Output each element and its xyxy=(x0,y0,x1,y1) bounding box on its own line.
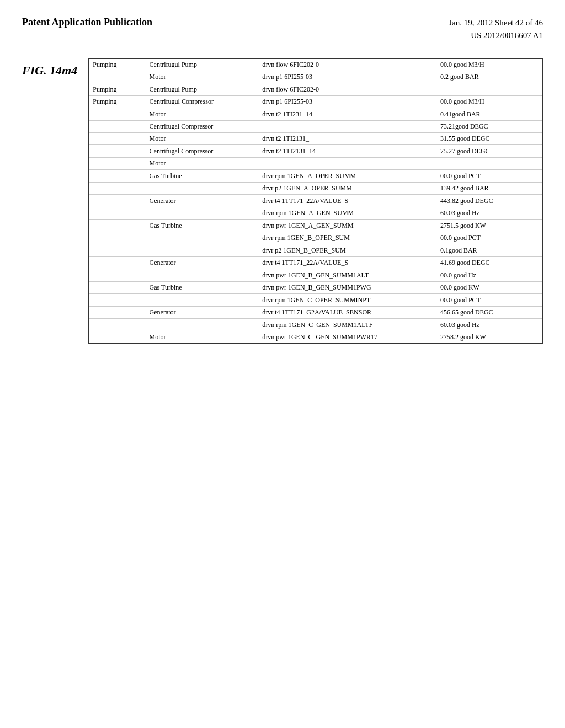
cell-value: 139.42 good BAR xyxy=(437,183,542,195)
publication-number: US 2012/0016607 A1 xyxy=(449,29,543,42)
cell-device: Motor xyxy=(146,158,259,170)
cell-type: Pumping xyxy=(89,59,146,71)
table-row: drvn pwr 1GEN_B_GEN_SUMM1ALT00.0 good Hz xyxy=(89,269,542,282)
cell-device: Centrifugul Pump xyxy=(146,83,259,96)
table-row: Centrifugal Compressor73.21good DEGC xyxy=(89,121,542,133)
cell-value: 73.21good DEGC xyxy=(437,121,542,133)
table-row: PumpingCentrifugul Compressordrvn p1 6PI… xyxy=(89,96,542,108)
cell-device xyxy=(146,294,259,307)
cell-device: Generator xyxy=(146,307,259,319)
cell-value: 0.41good BAR xyxy=(437,108,542,121)
cell-device: Motor xyxy=(146,331,259,344)
cell-value: 00.0 good Hz xyxy=(437,269,542,282)
cell-value: 60.03 good Hz xyxy=(437,207,542,220)
table-row: drvn rpm 1GEN_A_GEN_SUMM60.03 good Hz xyxy=(89,207,542,220)
cell-signal: drvn rpm 1GEN_C_GEN_SUMM1ALTF xyxy=(259,319,437,331)
cell-value: 31.55 good DEGC xyxy=(437,133,542,145)
data-table: PumpingCentrifugul Pumpdrvn flow 6FIC202… xyxy=(89,59,542,343)
cell-signal: drvn pwr 1GEN_B_GEN_SUMM1PWG xyxy=(259,282,437,294)
cell-device xyxy=(146,183,259,195)
table-row: Gas Turbinedrvr rpm 1GEN_A_OPER_SUMM00.0… xyxy=(89,170,542,183)
figure-label: FIG. 14m4 xyxy=(22,58,77,344)
cell-device xyxy=(146,319,259,331)
cell-value: 00.0 good PCT xyxy=(437,232,542,244)
cell-type: Pumping xyxy=(89,96,146,108)
cell-value: 0.2 good BAR xyxy=(437,71,542,83)
cell-device: Motor xyxy=(146,71,259,83)
cell-value: 00.0 good M3/H xyxy=(437,59,542,71)
table-row: Motor xyxy=(89,158,542,170)
cell-type xyxy=(89,108,146,121)
cell-value: 00.0 good PCT xyxy=(437,170,542,183)
cell-signal: drvr p2 1GEN_A_OPER_SUMM xyxy=(259,183,437,195)
table-row: Motordrvn t2 1TI231_140.41good BAR xyxy=(89,108,542,121)
cell-device: Motor xyxy=(146,108,259,121)
cell-signal: drvr rpm 1GEN_C_OPER_SUMMINPT xyxy=(259,294,437,307)
table-row: Centrifugal Compressordrvn t2 1TI2131_14… xyxy=(89,145,542,158)
cell-type xyxy=(89,71,146,83)
cell-device: Generator xyxy=(146,195,259,207)
table-row: Motordrvn p1 6PI255-030.2 good BAR xyxy=(89,71,542,83)
cell-type xyxy=(89,257,146,269)
cell-value xyxy=(437,83,542,96)
cell-value: 00.0 good PCT xyxy=(437,294,542,307)
table-row: PumpingCentrifugul Pumpdrvn flow 6FIC202… xyxy=(89,59,542,71)
table-row: drvr p2 1GEN_B_OPER_SUM0.1good BAR xyxy=(89,244,542,257)
cell-signal: drvn rpm 1GEN_A_GEN_SUMM xyxy=(259,207,437,220)
table-row: PumpingCentrifugul Pumpdrvn flow 6FIC202… xyxy=(89,83,542,96)
table-row: drvr p2 1GEN_A_OPER_SUMM139.42 good BAR xyxy=(89,183,542,195)
publication-info: Jan. 19, 2012 Sheet 42 of 46 US 2012/001… xyxy=(449,17,543,41)
cell-value: 443.82 good DEGC xyxy=(437,195,542,207)
cell-signal: drvn t2 1TI2131_14 xyxy=(259,145,437,158)
cell-signal: drvr t4 1TT171_22A/VALUE_S xyxy=(259,257,437,269)
cell-signal: drvn flow 6FIC202-0 xyxy=(259,83,437,96)
cell-type xyxy=(89,294,146,307)
cell-signal: drvn pwr 1GEN_A_GEN_SUMM xyxy=(259,220,437,232)
cell-signal: drvr rpm 1GEN_B_OPER_SUM xyxy=(259,232,437,244)
cell-type xyxy=(89,232,146,244)
table-row: Generatordrvr t4 1TT171_22A/VALUE_S443.8… xyxy=(89,195,542,207)
cell-type xyxy=(89,121,146,133)
cell-device: Gas Turbine xyxy=(146,170,259,183)
cell-type xyxy=(89,195,146,207)
cell-type xyxy=(89,133,146,145)
cell-type xyxy=(89,220,146,232)
cell-device: Centrifugul Compressor xyxy=(146,96,259,108)
table-row: Motordrvn pwr 1GEN_C_GEN_SUMM1PWR172758.… xyxy=(89,331,542,344)
cell-type: Pumping xyxy=(89,83,146,96)
cell-device xyxy=(146,207,259,220)
cell-device: Centrifugal Compressor xyxy=(146,121,259,133)
cell-signal xyxy=(259,158,437,170)
cell-signal: drvr t4 1TT171_22A/VALUE_S xyxy=(259,195,437,207)
cell-device xyxy=(146,244,259,257)
cell-type xyxy=(89,145,146,158)
cell-value: 2758.2 good KW xyxy=(437,331,542,344)
publication-title: Patent Application Publication xyxy=(22,17,152,28)
cell-device: Centrifugul Pump xyxy=(146,59,259,71)
data-table-container: PumpingCentrifugul Pumpdrvn flow 6FIC202… xyxy=(88,58,543,344)
cell-device: Generator xyxy=(146,257,259,269)
cell-device xyxy=(146,232,259,244)
publication-date-sheet: Jan. 19, 2012 Sheet 42 of 46 xyxy=(449,17,543,29)
table-row: Motordrvn t2 1TI2131_31.55 good DEGC xyxy=(89,133,542,145)
cell-device: Gas Turbine xyxy=(146,220,259,232)
cell-type xyxy=(89,307,146,319)
cell-value: 0.1good BAR xyxy=(437,244,542,257)
cell-value: 2751.5 good KW xyxy=(437,220,542,232)
cell-signal: drvn p1 6PI255-03 xyxy=(259,96,437,108)
table-row: drvr rpm 1GEN_C_OPER_SUMMINPT00.0 good P… xyxy=(89,294,542,307)
cell-type xyxy=(89,158,146,170)
cell-signal: drvn pwr 1GEN_C_GEN_SUMM1PWR17 xyxy=(259,331,437,344)
cell-signal: drvr p2 1GEN_B_OPER_SUM xyxy=(259,244,437,257)
page-header: Patent Application Publication Jan. 19, … xyxy=(0,0,565,52)
table-row: Gas Turbinedrvn pwr 1GEN_A_GEN_SUMM2751.… xyxy=(89,220,542,232)
cell-type xyxy=(89,331,146,344)
cell-device: Motor xyxy=(146,133,259,145)
cell-signal: drvr rpm 1GEN_A_OPER_SUMM xyxy=(259,170,437,183)
main-content: FIG. 14m4 PumpingCentrifugul Pumpdrvn fl… xyxy=(0,52,565,355)
cell-type xyxy=(89,244,146,257)
cell-type xyxy=(89,319,146,331)
cell-type xyxy=(89,207,146,220)
cell-device xyxy=(146,269,259,282)
cell-type xyxy=(89,170,146,183)
